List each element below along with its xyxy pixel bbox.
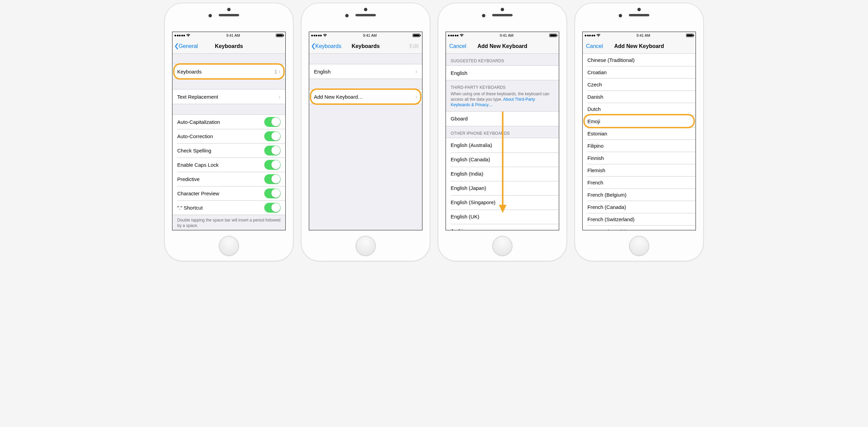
keyboard-row[interactable]: French (Canada) [583, 201, 696, 213]
cell-label: Character Preview [177, 191, 219, 196]
back-button[interactable]: Keyboards [311, 43, 341, 50]
keyboard-row[interactable]: French [583, 176, 696, 188]
screen-3: 9:41 AM Cancel Add New Keyboard SUGGESTE… [446, 32, 559, 230]
keyboard-list-group: Chinese (Traditional)CroatianCzechDanish… [583, 54, 696, 230]
cell-label: English (India) [451, 171, 483, 177]
cell-label: English (UK) [451, 214, 479, 219]
cell-label: Emoji [587, 118, 600, 124]
cell-label: Enable Caps Lock [177, 162, 219, 168]
status-bar: 9:41 AM [172, 32, 285, 39]
cell-label: English [314, 69, 331, 75]
home-button[interactable] [219, 236, 239, 256]
proximity-sensor [637, 8, 641, 11]
keyboard-row[interactable]: Emoji [583, 115, 696, 127]
home-button[interactable] [492, 236, 513, 256]
suggested-keyboard-row[interactable]: English [446, 66, 559, 80]
other-group: English (Australia)English (Canada)Engli… [446, 138, 559, 230]
other-keyboard-row[interactable]: Arabic [446, 224, 559, 230]
nav-bar: Cancel Add New Keyboard [583, 39, 696, 54]
keyboard-row[interactable]: German (Austria) [583, 225, 696, 230]
keyboard-english-row[interactable]: English › [309, 64, 422, 79]
keyboard-row[interactable]: French (Switzerland) [583, 213, 696, 225]
cell-label: Auto-Correction [177, 133, 213, 139]
thirdparty-keyboard-row[interactable]: Gboard [446, 112, 559, 126]
other-keyboard-row[interactable]: English (Japan) [446, 181, 559, 195]
thirdparty-note: When using one of these keyboards, the k… [446, 91, 559, 111]
cell-label: Gboard [451, 116, 468, 121]
keyboard-row[interactable]: Chinese (Traditional) [583, 54, 696, 66]
status-time: 9:41 AM [636, 33, 650, 37]
signal-dots-icon [311, 35, 322, 36]
toggle-switch[interactable] [264, 203, 281, 213]
toggle-switch[interactable] [264, 146, 281, 155]
other-keyboard-row[interactable]: English (Canada) [446, 152, 559, 167]
keyboards-row[interactable]: Keyboards 1 › [172, 64, 285, 79]
toggle-switch[interactable] [264, 174, 281, 184]
cell-label: English (Australia) [451, 142, 492, 148]
keyboard-row[interactable]: Finnish [583, 152, 696, 164]
cell-label: Finnish [587, 155, 604, 161]
status-bar: 9:41 AM [446, 32, 559, 39]
chevron-right-icon: › [415, 68, 417, 75]
section-header-other: OTHER IPHONE KEYBOARDS [446, 126, 559, 138]
keyboard-row[interactable]: French (Belgium) [583, 188, 696, 201]
text-replacement-row[interactable]: Text Replacement › [172, 89, 285, 104]
chevron-right-icon: › [279, 68, 281, 75]
home-button[interactable] [355, 236, 376, 256]
status-time: 9:41 AM [226, 33, 240, 37]
keyboard-row[interactable]: Dutch [583, 103, 696, 115]
other-keyboard-row[interactable]: English (India) [446, 167, 559, 181]
keyboard-row[interactable]: Croatian [583, 66, 696, 78]
other-keyboard-row[interactable]: English (Singapore) [446, 195, 559, 210]
auto-correction-row[interactable]: Auto-Correction [172, 129, 285, 143]
cancel-button[interactable]: Cancel [449, 43, 466, 49]
toggle-switch[interactable] [264, 188, 281, 198]
nav-title: Keyboards [215, 43, 243, 49]
other-keyboard-row[interactable]: English (UK) [446, 210, 559, 224]
enable-caps-lock-row[interactable]: Enable Caps Lock [172, 158, 285, 172]
cell-label: Chinese (Traditional) [587, 57, 635, 63]
content[interactable]: Chinese (Traditional)CroatianCzechDanish… [583, 54, 696, 230]
nav-bar: Cancel Add New Keyboard [446, 39, 559, 54]
wifi-icon [596, 34, 601, 37]
period-shortcut-row[interactable]: "." Shortcut [172, 200, 285, 215]
toggle-switch[interactable] [264, 160, 281, 170]
front-camera [208, 14, 212, 17]
edit-button[interactable]: Edit [409, 43, 419, 49]
cell-detail: 1 [274, 69, 277, 75]
phone-frame: 9:41 AM Keyboards Keyboards Edit English… [301, 3, 430, 261]
cell-label: Czech [587, 82, 602, 87]
content[interactable]: English › Add New Keyboard… › [309, 54, 422, 230]
wifi-icon [460, 34, 464, 37]
suggested-group: English [446, 65, 559, 80]
predictive-row[interactable]: Predictive [172, 172, 285, 186]
cell-label: Check Spelling [177, 148, 211, 153]
keyboard-row[interactable]: Danish [583, 91, 696, 103]
add-new-keyboard-row[interactable]: Add New Keyboard… › [309, 89, 422, 104]
cancel-button[interactable]: Cancel [586, 43, 603, 49]
status-time: 9:41 AM [363, 33, 377, 37]
home-button[interactable] [629, 236, 649, 256]
cell-label: French (Switzerland) [587, 216, 634, 222]
check-spelling-row[interactable]: Check Spelling [172, 143, 285, 158]
cell-label: Keyboards [177, 69, 202, 75]
cell-label: Croatian [587, 69, 607, 75]
front-camera [345, 14, 349, 17]
auto-capitalization-row[interactable]: Auto-Capitalization [172, 115, 285, 129]
cell-label: French (Belgium) [587, 192, 627, 198]
other-keyboard-row[interactable]: English (Australia) [446, 138, 559, 152]
keyboard-row[interactable]: Estonian [583, 127, 696, 139]
character-preview-row[interactable]: Character Preview [172, 186, 285, 200]
proximity-sensor [364, 8, 367, 11]
keyboard-row[interactable]: Flemish [583, 164, 696, 176]
toggle-switch[interactable] [264, 117, 281, 127]
cell-label: Arabic [451, 228, 465, 230]
keyboard-row[interactable]: Filipino [583, 139, 696, 152]
toggle-switch[interactable] [264, 131, 281, 141]
content[interactable]: SUGGESTED KEYBOARDS English THIRD-PARTY … [446, 54, 559, 230]
speaker-grille [629, 14, 649, 16]
back-button[interactable]: General [174, 43, 198, 50]
content[interactable]: Keyboards 1 › Text Replacement › Au [172, 54, 285, 230]
signal-dots-icon [174, 35, 185, 36]
keyboard-row[interactable]: Czech [583, 78, 696, 91]
